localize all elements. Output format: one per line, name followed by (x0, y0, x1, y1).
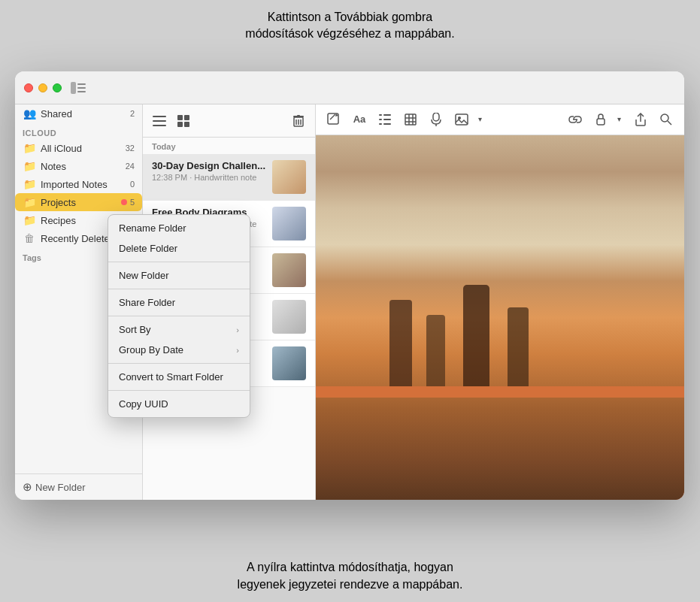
all-icloud-icon: 📁 (23, 142, 36, 154)
note1-meta: 12:38 PM · Handwritten note (152, 173, 266, 182)
link-icon[interactable] (566, 115, 584, 124)
menu-delete-folder[interactable]: Delete Folder (108, 238, 250, 259)
notes-panel-toolbar (143, 104, 315, 138)
traffic-lights (24, 83, 62, 92)
sidebar-item-all-icloud[interactable]: 📁 All iCloud 32 (15, 139, 142, 157)
audio-icon[interactable] (427, 113, 445, 126)
note-photo-content (316, 135, 684, 500)
group-by-date-arrow: › (236, 346, 239, 355)
svg-rect-20 (379, 114, 382, 116)
note-item-1[interactable]: 30-Day Design Challen... 12:38 PM · Hand… (143, 154, 315, 201)
notes-label: Notes (41, 161, 126, 172)
sidebar-item-projects[interactable]: 📁 Projects 5 (15, 193, 142, 211)
search-icon[interactable] (657, 113, 675, 126)
projects-icon: 📁 (23, 196, 36, 208)
note4-thumbnail (272, 300, 306, 334)
svg-rect-26 (405, 114, 416, 125)
trash-icon: 🗑 (23, 232, 36, 244)
svg-rect-1 (77, 83, 86, 85)
note5-thumbnail (272, 346, 306, 380)
lock-dropdown-arrow[interactable]: ▾ (617, 115, 621, 123)
shared-label: Shared (41, 108, 130, 119)
title-bar (15, 71, 684, 104)
menu-separator-2 (108, 289, 250, 289)
svg-line-18 (330, 114, 335, 119)
svg-rect-24 (379, 123, 382, 125)
notes-badge: 24 (126, 162, 135, 171)
svg-rect-6 (153, 125, 166, 126)
menu-new-folder[interactable]: New Folder (108, 265, 250, 286)
lock-icon[interactable] (592, 113, 610, 126)
menu-copy-uuid[interactable]: Copy UUID (108, 394, 250, 414)
recipes-icon: 📁 (23, 214, 36, 226)
context-menu: Rename Folder Delete Folder New Folder S… (108, 214, 250, 418)
menu-separator-4 (108, 363, 250, 364)
menu-rename-folder[interactable]: Rename Folder (108, 218, 250, 238)
imported-icon: 📁 (23, 178, 36, 190)
annotation-top: Kattintson a Továbbiak gombra módosításo… (0, 0, 700, 52)
close-button[interactable] (24, 83, 33, 92)
sort-by-arrow: › (236, 325, 239, 334)
menu-sort-by[interactable]: Sort By › (108, 319, 250, 340)
svg-rect-7 (177, 115, 183, 120)
svg-rect-9 (177, 122, 183, 127)
menu-separator-5 (108, 390, 250, 391)
sidebar-bottom: ⊕ New Folder (15, 473, 142, 500)
list-view-button[interactable] (152, 113, 167, 129)
menu-separator-1 (108, 262, 250, 262)
grid-view-button[interactable] (176, 113, 191, 129)
icloud-section-header: iCloud (15, 123, 142, 139)
sidebar-item-notes[interactable]: 📁 Notes 24 (15, 157, 142, 175)
svg-rect-2 (77, 87, 86, 89)
note1-thumbnail (272, 160, 306, 194)
imported-label: Imported Notes (41, 179, 130, 190)
svg-rect-0 (71, 82, 76, 94)
note3-thumbnail (272, 253, 306, 287)
svg-rect-23 (383, 119, 391, 120)
svg-rect-8 (184, 115, 189, 120)
svg-rect-25 (383, 123, 391, 125)
note-content-pane: Aa (316, 104, 684, 500)
projects-badge: 5 (130, 198, 135, 207)
svg-rect-36 (597, 119, 605, 125)
projects-dot (121, 199, 127, 205)
svg-rect-13 (297, 115, 300, 116)
media-icon[interactable] (453, 113, 471, 126)
projects-label: Projects (41, 197, 121, 208)
maximize-button[interactable] (53, 83, 62, 92)
menu-group-by-date[interactable]: Group By Date › (108, 340, 250, 360)
compose-icon[interactable] (325, 113, 343, 126)
note-content-toolbar: Aa (316, 104, 684, 135)
note1-title: 30-Day Design Challen... (152, 160, 266, 171)
sidebar-toggle-button[interactable] (71, 82, 86, 94)
shared-badge: 2 (130, 109, 135, 118)
svg-point-37 (661, 114, 668, 122)
font-icon[interactable]: Aa (350, 113, 368, 125)
svg-rect-3 (77, 91, 86, 92)
menu-share-folder[interactable]: Share Folder (108, 292, 250, 313)
menu-convert-to-smart[interactable]: Convert to Smart Folder (108, 367, 250, 387)
media-dropdown-arrow[interactable]: ▾ (478, 115, 482, 123)
svg-rect-21 (383, 114, 391, 116)
note2-thumbnail (272, 207, 306, 240)
sidebar-item-imported[interactable]: 📁 Imported Notes 0 (15, 175, 142, 193)
menu-separator-3 (108, 316, 250, 316)
notes-folder-icon: 📁 (23, 160, 36, 172)
svg-rect-22 (379, 119, 382, 120)
today-section-label: Today (143, 138, 315, 154)
minimize-button[interactable] (38, 83, 47, 92)
svg-rect-10 (184, 122, 189, 127)
sidebar-item-shared[interactable]: 👥 Shared 2 (15, 104, 142, 123)
format-list-icon[interactable] (376, 114, 394, 125)
new-folder-button[interactable]: ⊕ New Folder (23, 480, 135, 494)
all-icloud-label: All iCloud (41, 143, 126, 154)
annotation-bottom: A nyílra kattintva módosíthatja, hogyan … (0, 550, 700, 602)
delete-note-button[interactable] (291, 113, 306, 129)
imported-badge: 0 (130, 180, 135, 189)
plus-icon: ⊕ (23, 480, 32, 494)
table-icon[interactable] (402, 113, 420, 126)
svg-rect-5 (153, 120, 166, 122)
all-icloud-badge: 32 (126, 144, 135, 153)
share-icon[interactable] (632, 113, 650, 126)
svg-rect-4 (153, 116, 166, 117)
